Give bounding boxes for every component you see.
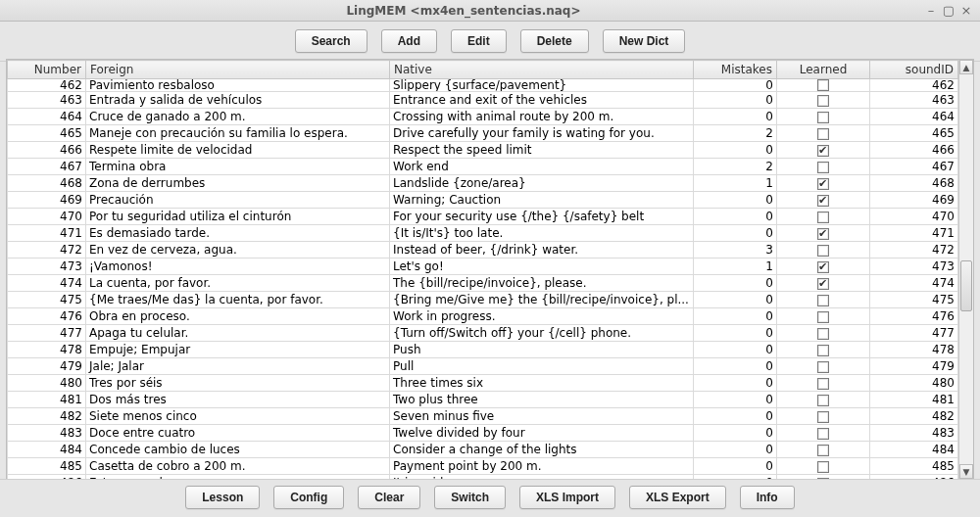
cell-learned[interactable]	[777, 325, 870, 342]
table-row[interactable]: 467Termina obraWork end2467	[8, 159, 958, 175]
table-row[interactable]: 462Pavimiento resbalosoSlippery {surface…	[8, 79, 958, 92]
table-row[interactable]: 468Zona de derrumbesLandslide {zone/area…	[8, 175, 958, 192]
add-button[interactable]: Add	[381, 29, 437, 53]
xls-import-button[interactable]: XLS Import	[519, 486, 615, 509]
learned-checkbox[interactable]	[817, 461, 829, 473]
table-row[interactable]: 480Tres por séisThree times six0480	[8, 375, 958, 392]
table-row[interactable]: 465Maneje con precaución su familia lo e…	[8, 125, 958, 142]
search-button[interactable]: Search	[295, 29, 368, 53]
cell-learned[interactable]	[777, 175, 870, 192]
table-row[interactable]: 475{Me traes/Me das} la cuenta, por favo…	[8, 292, 958, 308]
col-header-number[interactable]: Number	[8, 61, 86, 79]
cell-learned[interactable]	[777, 392, 870, 408]
cell-learned[interactable]	[777, 125, 870, 142]
table-row[interactable]: 469PrecauciónWarning; Cauction0469	[8, 192, 958, 209]
table-row[interactable]: 476Obra en proceso.Work in progress.0476	[8, 308, 958, 325]
table-row[interactable]: 474La cuenta, por favor.The {bill/recipe…	[8, 275, 958, 292]
learned-checkbox[interactable]	[817, 128, 829, 140]
learned-checkbox[interactable]	[817, 361, 829, 373]
cell-learned[interactable]	[777, 292, 870, 308]
learned-checkbox[interactable]	[817, 79, 829, 91]
table-row[interactable]: 478Empuje; EmpujarPush0478	[8, 342, 958, 358]
cell-learned[interactable]	[777, 458, 870, 475]
lesson-button[interactable]: Lesson	[185, 486, 260, 509]
table-row[interactable]: 466Respete limite de velocidadRespect th…	[8, 142, 958, 159]
cell-learned[interactable]	[777, 358, 870, 375]
cell-learned[interactable]	[777, 275, 870, 292]
cell-learned[interactable]	[777, 79, 870, 92]
scroll-up-icon[interactable]: ▲	[959, 60, 973, 74]
col-header-native[interactable]: Native	[390, 61, 694, 79]
window-minimize-icon[interactable]: –	[923, 4, 939, 18]
cell-learned[interactable]	[777, 209, 870, 225]
col-header-soundid[interactable]: soundID	[870, 61, 958, 79]
learned-checkbox[interactable]	[817, 261, 829, 273]
delete-button[interactable]: Delete	[520, 29, 589, 53]
cell-learned[interactable]	[777, 442, 870, 458]
xls-export-button[interactable]: XLS Export	[629, 486, 726, 509]
cell-learned[interactable]	[777, 375, 870, 392]
new-dict-button[interactable]: New Dict	[603, 29, 686, 53]
learned-checkbox[interactable]	[817, 145, 829, 157]
cell-mistakes: 0	[694, 392, 777, 408]
cell-learned[interactable]	[777, 225, 870, 242]
scroll-thumb[interactable]	[960, 260, 972, 311]
cell-learned[interactable]	[777, 242, 870, 258]
learned-checkbox[interactable]	[817, 212, 829, 223]
cell-learned[interactable]	[777, 192, 870, 209]
col-header-mistakes[interactable]: Mistakes	[694, 61, 777, 79]
cell-learned[interactable]	[777, 142, 870, 159]
table-row[interactable]: 484Concede cambio de lucesConsider a cha…	[8, 442, 958, 458]
cell-soundid: 466	[870, 142, 958, 159]
config-button[interactable]: Config	[273, 486, 344, 509]
scroll-down-icon[interactable]: ▼	[959, 464, 973, 479]
clear-button[interactable]: Clear	[358, 486, 420, 509]
learned-checkbox[interactable]	[817, 411, 829, 423]
col-header-learned[interactable]: Learned	[777, 61, 870, 79]
learned-checkbox[interactable]	[817, 328, 829, 340]
learned-checkbox[interactable]	[817, 162, 829, 173]
learned-checkbox[interactable]	[817, 178, 829, 190]
table-row[interactable]: 485Casetta de cobro a 200 m.Payment poin…	[8, 458, 958, 475]
window-maximize-icon[interactable]: ▢	[941, 4, 956, 18]
cell-learned[interactable]	[777, 159, 870, 175]
table-row[interactable]: 481Dos más tresTwo plus three0481	[8, 392, 958, 408]
table-row[interactable]: 471Es demasiado tarde.{It is/It's} too l…	[8, 225, 958, 242]
cell-learned[interactable]	[777, 258, 870, 275]
learned-checkbox[interactable]	[817, 428, 829, 440]
table-row[interactable]: 482Siete menos cincoSeven minus five0482	[8, 408, 958, 425]
learned-checkbox[interactable]	[817, 295, 829, 306]
table-row[interactable]: 473¡Vamonos!Let's go!1473	[8, 258, 958, 275]
learned-checkbox[interactable]	[817, 245, 829, 257]
edit-button[interactable]: Edit	[451, 29, 507, 53]
info-button[interactable]: Info	[740, 486, 795, 509]
cell-learned[interactable]	[777, 425, 870, 442]
learned-checkbox[interactable]	[817, 112, 829, 123]
learned-checkbox[interactable]	[817, 228, 829, 240]
table-row[interactable]: 477Apaga tu celular.{Turn off/Switch off…	[8, 325, 958, 342]
cell-learned[interactable]	[777, 308, 870, 325]
cell-learned[interactable]	[777, 408, 870, 425]
learned-checkbox[interactable]	[817, 378, 829, 390]
window-close-icon[interactable]: ×	[958, 4, 974, 18]
learned-checkbox[interactable]	[817, 195, 829, 207]
switch-button[interactable]: Switch	[434, 486, 506, 509]
cell-learned[interactable]	[777, 342, 870, 358]
learned-checkbox[interactable]	[817, 95, 829, 107]
col-header-foreign[interactable]: Foreign	[86, 61, 390, 79]
table-row[interactable]: 483Doce entre cuatroTwelve divided by fo…	[8, 425, 958, 442]
learned-checkbox[interactable]	[817, 345, 829, 356]
learned-checkbox[interactable]	[817, 445, 829, 456]
learned-checkbox[interactable]	[817, 395, 829, 406]
table-row[interactable]: 472En vez de cerveza, agua.Instead of be…	[8, 242, 958, 258]
vertical-scrollbar[interactable]: ▲ ▼	[958, 60, 973, 479]
cell-learned[interactable]	[777, 109, 870, 125]
cell-learned[interactable]	[777, 92, 870, 109]
learned-checkbox[interactable]	[817, 278, 829, 290]
table-row[interactable]: 479Jale; JalarPull0479	[8, 358, 958, 375]
table-scroll-area[interactable]: Number Foreign Native Mistakes Learned s…	[7, 60, 958, 479]
table-row[interactable]: 463Entrada y salida de vehículosEntrance…	[8, 92, 958, 109]
table-row[interactable]: 464Cruce de ganado a 200 m.Crossing with…	[8, 109, 958, 125]
table-row[interactable]: 470Por tu seguridad utiliza el cinturónF…	[8, 209, 958, 225]
learned-checkbox[interactable]	[817, 311, 829, 323]
